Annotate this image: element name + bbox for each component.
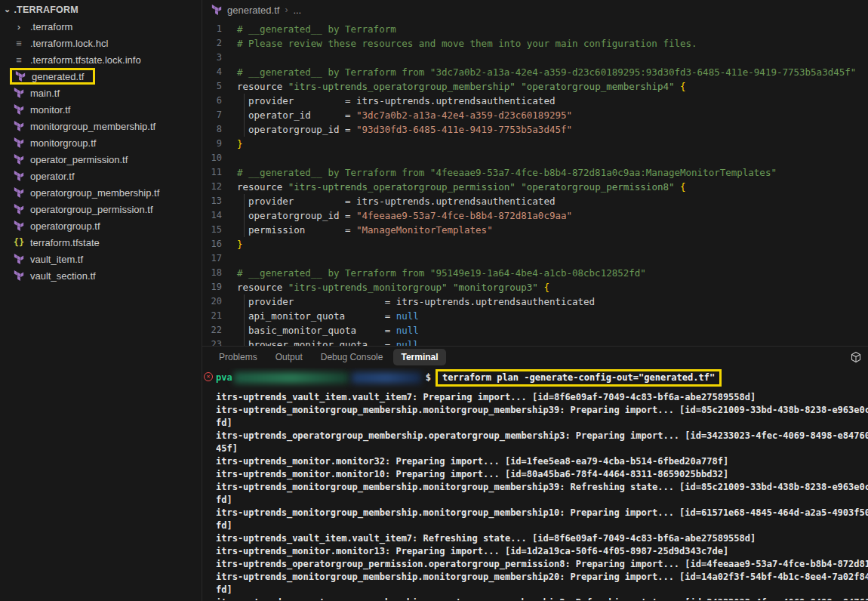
- file-item[interactable]: operator_permission.tf: [0, 151, 202, 168]
- panel-actions: [850, 351, 862, 363]
- line-number: 8: [202, 122, 237, 137]
- line-number: 18: [202, 266, 237, 280]
- panel-tab-debug-console[interactable]: Debug Console: [313, 349, 391, 365]
- code-line: 7 operator_id = "3dc7a0b2-a13a-42e4-a359…: [202, 108, 868, 122]
- indent-guide: [244, 309, 245, 323]
- terminal-line: itrs-uptrends_operatorgroup_membership.o…: [216, 430, 868, 442]
- folder-chevron-icon: ›: [13, 20, 25, 32]
- terraform-icon: [13, 270, 25, 282]
- file-item-label: monitorgroup_membership.tf: [30, 121, 155, 132]
- terminal-line: itrs-uptrends_operatorgroup_permission.o…: [216, 558, 868, 571]
- terminal[interactable]: ✕ pva $ terraform plan -generate-config-…: [202, 368, 868, 600]
- line-number: 20: [202, 294, 237, 309]
- file-item-label: vault_section.tf: [30, 270, 96, 282]
- code-line: 14 operatorgroup_id = "4feeaae9-53a7-4fc…: [202, 208, 868, 223]
- line-number: 5: [202, 79, 237, 94]
- breadcrumb[interactable]: generated.tf › ...: [202, 0, 868, 20]
- file-item[interactable]: {}terraform.tfstate: [0, 234, 202, 251]
- terminal-line: fd]: [216, 494, 868, 507]
- file-item[interactable]: monitor.tf: [0, 101, 202, 118]
- panel-tab-output[interactable]: Output: [268, 349, 310, 365]
- package-cube-icon[interactable]: [850, 351, 862, 363]
- list-file-icon: ≡: [13, 54, 25, 66]
- terraform-icon: [13, 253, 25, 265]
- line-number: 21: [202, 309, 237, 323]
- code-line: 4# __generated__ by Terraform from "3dc7…: [202, 65, 868, 79]
- terraform-icon: [13, 87, 25, 99]
- line-number: 12: [202, 180, 237, 194]
- file-item[interactable]: ≡.terraform.tfstate.lock.info: [0, 51, 202, 68]
- line-number: 23: [202, 337, 237, 346]
- code-line: 12resource "itrs-uptrends_operatorgroup_…: [202, 180, 868, 194]
- line-number: 15: [202, 223, 237, 237]
- vscode-window: ⌄ .TERRAFORM ›.terraform≡.terraform.lock…: [0, 0, 868, 601]
- indent-guide: [244, 223, 245, 237]
- file-item[interactable]: ›.terraform: [0, 18, 202, 35]
- breadcrumb-more[interactable]: ...: [293, 5, 301, 16]
- terraform-icon: [13, 153, 25, 165]
- terminal-line: 45f]: [216, 442, 868, 455]
- terminal-line: fd]: [216, 584, 868, 596]
- breadcrumb-file[interactable]: generated.tf: [227, 5, 279, 16]
- file-item-label: .terraform.lock.hcl: [30, 38, 108, 49]
- code-line: 10: [202, 151, 868, 165]
- code-line: 23 browser_monitor_quota = null: [202, 337, 868, 346]
- breadcrumb-separator: ›: [285, 5, 288, 15]
- redacted-path: [352, 372, 421, 384]
- line-number: 7: [202, 108, 237, 122]
- code-line: 1# __generated__ by Terraform: [202, 22, 868, 36]
- terminal-line: itrs-uptrends_monitor.monitor10: Prepari…: [216, 468, 868, 481]
- line-number: 16: [202, 237, 237, 251]
- list-file-icon: ≡: [13, 37, 25, 49]
- indent-guide: [244, 122, 245, 137]
- code-line: 5resource "itrs-uptrends_operatorgroup_m…: [202, 79, 868, 94]
- line-number: 22: [202, 323, 237, 337]
- code-line: 18# __generated__ by Terraform from "951…: [202, 266, 868, 280]
- file-item[interactable]: generated.tf: [0, 68, 202, 85]
- file-item-label: monitorgroup.tf: [30, 137, 96, 149]
- code-line: 17: [202, 251, 868, 266]
- bottom-panel: ProblemsOutputDebug ConsoleTerminal ✕ pv…: [202, 346, 868, 601]
- file-item[interactable]: monitorgroup_membership.tf: [0, 118, 202, 134]
- file-item[interactable]: vault_section.tf: [0, 267, 202, 284]
- terminal-line: itrs-uptrends_monitorgroup_membership.mo…: [216, 481, 868, 494]
- indent-guide: [244, 323, 245, 337]
- file-item-label: operator.tf: [30, 171, 75, 182]
- indent-guide: [244, 108, 245, 122]
- file-item-label: generated.tf: [32, 71, 84, 82]
- terraform-icon: [14, 70, 26, 82]
- file-item[interactable]: operatorgroup.tf: [0, 217, 202, 234]
- line-number: 6: [202, 94, 237, 108]
- panel-tab-terminal[interactable]: Terminal: [393, 349, 445, 365]
- code-line: 16}: [202, 237, 868, 251]
- prompt-user: pva: [216, 371, 232, 384]
- indent-guide: [244, 294, 245, 309]
- command-failed-icon: ✕: [204, 372, 213, 381]
- file-item-label: .terraform.tfstate.lock.info: [30, 54, 141, 66]
- line-number: 13: [202, 194, 237, 208]
- terminal-line: fd]: [216, 519, 868, 532]
- file-item[interactable]: operatorgroup_membership.tf: [0, 184, 202, 201]
- file-item[interactable]: operator.tf: [0, 168, 202, 184]
- code-line: 19resource "itrs-uptrends_monitorgroup" …: [202, 280, 868, 294]
- terraform-icon: [13, 186, 25, 199]
- panel-tab-problems[interactable]: Problems: [211, 349, 265, 365]
- file-item-label: terraform.tfstate: [30, 237, 100, 248]
- panel-tabs: ProblemsOutputDebug ConsoleTerminal: [202, 347, 868, 368]
- chevron-down-icon: ⌄: [4, 5, 11, 14]
- file-item[interactable]: main.tf: [0, 85, 202, 101]
- terraform-icon: [13, 103, 25, 116]
- file-item-label: vault_item.tf: [30, 254, 83, 265]
- file-item[interactable]: vault_item.tf: [0, 251, 202, 267]
- file-item[interactable]: operatorgroup_permission.tf: [0, 201, 202, 217]
- code-line: 9}: [202, 137, 868, 151]
- file-item-label: operatorgroup_membership.tf: [30, 187, 159, 199]
- code-line: 21 api_monitor_quota = null: [202, 309, 868, 323]
- file-item[interactable]: monitorgroup.tf: [0, 134, 202, 151]
- terraform-icon: [13, 137, 25, 149]
- file-item[interactable]: ≡.terraform.lock.hcl: [0, 35, 202, 51]
- line-number: 19: [202, 280, 237, 294]
- terminal-line: itrs-uptrends_monitor.monitor32: Prepari…: [216, 455, 868, 468]
- code-editor[interactable]: 1# __generated__ by Terraform2# Please r…: [202, 20, 868, 346]
- folder-root[interactable]: ⌄ .TERRAFORM: [0, 2, 202, 18]
